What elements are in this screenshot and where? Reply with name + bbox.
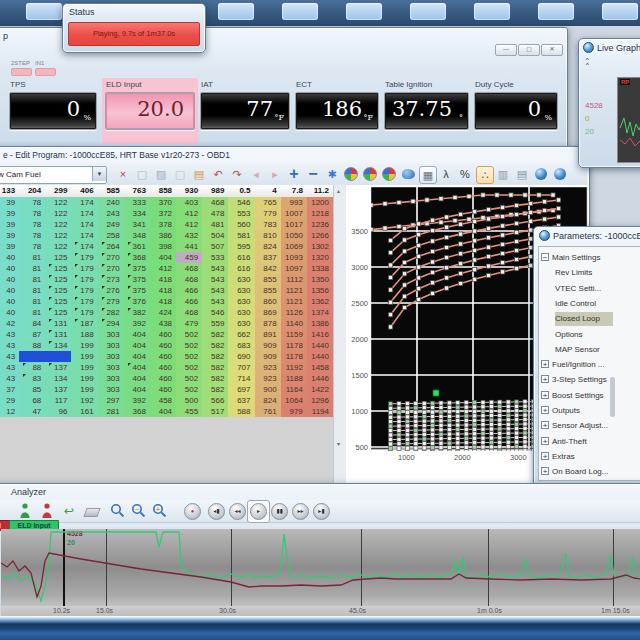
tree-item-fuel-ignition-[interactable]: +Fuel/Ignition ... [541, 358, 609, 372]
table-cell[interactable]: 468 [202, 197, 228, 208]
table-cell[interactable]: 468 [176, 263, 202, 274]
table-cell[interactable]: 824 [255, 395, 281, 406]
table-cell[interactable]: 273 [98, 274, 124, 285]
table-cell[interactable]: 134 [45, 373, 71, 384]
table-cell[interactable]: 441 [176, 241, 202, 252]
table-cell[interactable]: 81 [19, 263, 45, 274]
table-cell[interactable]: 459 [176, 252, 202, 263]
table-cell[interactable]: 404 [124, 340, 150, 351]
table-cell[interactable]: 909 [255, 340, 281, 351]
table-cell[interactable]: 392 [124, 395, 150, 406]
table-cell[interactable]: 630 [228, 318, 254, 329]
table-cell[interactable]: 199 [71, 340, 97, 351]
table-cell[interactable]: 566 [202, 395, 228, 406]
table-cell[interactable]: 199 [71, 384, 97, 395]
table-cell[interactable]: 348 [124, 230, 150, 241]
log-start-icon[interactable] [17, 503, 33, 519]
redo-icon[interactable]: ↷ [229, 166, 245, 182]
table-cell[interactable]: 543 [202, 296, 228, 307]
graph-view-icon[interactable]: ∴ [476, 166, 494, 184]
table-cell[interactable]: 553 [228, 208, 254, 219]
table-cell[interactable]: 1236 [307, 219, 333, 230]
table-cell[interactable]: 923 [255, 362, 281, 373]
table-cell[interactable]: 697 [228, 384, 254, 395]
table-cell[interactable]: 993 [281, 197, 307, 208]
table-cell[interactable]: 78 [19, 241, 45, 252]
table-cell[interactable]: 1416 [307, 329, 333, 340]
dropdown-arrow-icon[interactable]: ▼ [92, 167, 106, 181]
table-cell[interactable]: 378 [150, 219, 176, 230]
table-cell[interactable]: 460 [150, 340, 176, 351]
table-cell[interactable]: 404 [124, 384, 150, 395]
play-button[interactable]: ▸ [250, 503, 267, 520]
table-cell[interactable]: 134 [45, 340, 71, 351]
table-cell[interactable]: 88 [19, 340, 45, 351]
table-cell[interactable]: 630 [228, 296, 254, 307]
table-cell[interactable]: 249 [98, 219, 124, 230]
table-cell[interactable]: 375 [124, 285, 150, 296]
table-cell[interactable]: 595 [228, 241, 254, 252]
table-cell[interactable]: 779 [255, 208, 281, 219]
bar-chart-icon[interactable]: ▥ [495, 166, 511, 182]
table-cell[interactable]: 125 [45, 307, 71, 318]
table-cell[interactable]: 333 [124, 197, 150, 208]
table-cell[interactable]: 43 [0, 373, 19, 384]
table-cell[interactable]: 403 [176, 197, 202, 208]
table-cell[interactable]: 1050 [281, 230, 307, 241]
table-cell[interactable]: 582 [202, 362, 228, 373]
table-cell[interactable]: 40 [0, 296, 19, 307]
table-cell[interactable]: 1178 [281, 351, 307, 362]
edit-cells-icon[interactable]: ▨ [153, 166, 169, 182]
refresh-1-icon[interactable] [343, 166, 359, 182]
maximize-button[interactable]: ▢ [518, 44, 540, 56]
table-cell[interactable]: 179 [71, 285, 97, 296]
table-cell[interactable]: 12 [0, 406, 19, 417]
table-cell[interactable]: 39 [0, 197, 19, 208]
table-cell[interactable]: 303 [98, 329, 124, 340]
rewind-button[interactable]: ◂◂ [229, 503, 246, 520]
table-cell[interactable]: 714 [228, 373, 254, 384]
table-cell[interactable]: 125 [45, 296, 71, 307]
pause-button[interactable]: ▮▮ [271, 503, 288, 520]
increase-icon[interactable]: + [286, 166, 302, 182]
table-cell[interactable]: 855 [255, 274, 281, 285]
table-cell[interactable]: 616 [228, 252, 254, 263]
table-cell[interactable]: 418 [150, 296, 176, 307]
table-cell[interactable]: 637 [228, 395, 254, 406]
table-cell[interactable]: 122 [45, 241, 71, 252]
table-cell[interactable]: 84 [19, 318, 45, 329]
table-cell[interactable]: 418 [150, 285, 176, 296]
tree-expand-icon[interactable]: + [541, 375, 549, 383]
taskbar-item[interactable] [346, 3, 382, 20]
table-cell[interactable]: 40 [0, 252, 19, 263]
table-cell[interactable]: 368 [124, 252, 150, 263]
table-cell[interactable]: 39 [0, 230, 19, 241]
taskbar-item[interactable] [538, 3, 574, 20]
table-cell[interactable]: 810 [255, 230, 281, 241]
table-cell[interactable]: 869 [255, 307, 281, 318]
table-cell[interactable]: 276 [98, 285, 124, 296]
table-cell[interactable]: 507 [202, 241, 228, 252]
table-cell[interactable]: 179 [71, 274, 97, 285]
table-cell[interactable]: 1097 [281, 263, 307, 274]
param-tree-scrollbar[interactable] [610, 377, 615, 417]
table-cell[interactable]: 1440 [307, 351, 333, 362]
table-cell[interactable]: 40 [0, 274, 19, 285]
table-cell[interactable]: 582 [202, 384, 228, 395]
table-cell[interactable]: 88 [19, 362, 45, 373]
table-cell[interactable]: 1194 [307, 406, 333, 417]
table-cell[interactable]: 179 [71, 263, 97, 274]
table-cell[interactable]: 630 [228, 274, 254, 285]
table-cell[interactable]: 546 [228, 197, 254, 208]
scroll-down-icon[interactable]: ▾ [337, 440, 340, 447]
table-cell[interactable]: 1140 [281, 318, 307, 329]
table-cell[interactable]: 179 [71, 307, 97, 318]
analyzer-graph[interactable]: 452820 [1, 529, 640, 606]
table-cell[interactable]: 533 [202, 252, 228, 263]
table-cell[interactable]: 1386 [307, 318, 333, 329]
table-cell[interactable]: 502 [176, 351, 202, 362]
table-cell[interactable]: 122 [45, 197, 71, 208]
back-icon[interactable]: ◂ [248, 166, 264, 182]
table-cell[interactable]: 1164 [281, 384, 307, 395]
table-cell[interactable]: 582 [202, 373, 228, 384]
